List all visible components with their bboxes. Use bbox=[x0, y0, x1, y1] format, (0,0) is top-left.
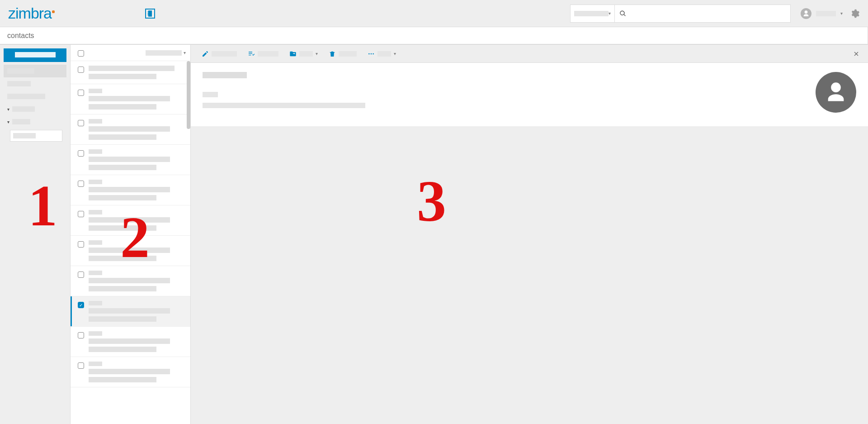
sidebar: ▾ ▾ 1 bbox=[0, 45, 71, 424]
annotation-3: 3 bbox=[417, 172, 446, 230]
contact-list-item-initials bbox=[89, 362, 102, 366]
search-input-wrap bbox=[614, 5, 791, 23]
checkbox[interactable] bbox=[78, 90, 84, 96]
checkbox[interactable] bbox=[78, 241, 84, 248]
app-logo: zimbra bbox=[8, 5, 55, 22]
sidebar-item[interactable]: ▾ bbox=[4, 103, 66, 115]
contact-list-item[interactable] bbox=[71, 357, 190, 387]
contact-list-item[interactable] bbox=[71, 175, 190, 205]
move-label bbox=[299, 51, 313, 57]
search-input[interactable] bbox=[626, 10, 786, 18]
search-scope-dropdown[interactable]: ▾ bbox=[570, 5, 614, 23]
sidebar-item-label bbox=[7, 68, 34, 74]
close-detail-button[interactable] bbox=[851, 48, 862, 60]
contact-list-item[interactable] bbox=[71, 61, 190, 84]
pencil-icon bbox=[202, 50, 209, 57]
assign-button[interactable] bbox=[243, 48, 283, 60]
contact-list-item-text bbox=[89, 89, 184, 110]
sidebar-item[interactable]: ▾ bbox=[4, 115, 66, 128]
contact-list-item-text bbox=[89, 210, 184, 231]
contact-list-item-name bbox=[89, 369, 170, 374]
contact-list-item-name bbox=[89, 96, 170, 101]
contact-list-item[interactable] bbox=[71, 266, 190, 296]
contact-list-item[interactable] bbox=[71, 236, 190, 266]
contact-list-item-name bbox=[89, 248, 170, 253]
checkbox[interactable] bbox=[78, 332, 84, 338]
contact-name bbox=[203, 72, 247, 78]
folder-move-icon bbox=[289, 50, 297, 57]
sidebar-folder-list: ▾ ▾ bbox=[4, 65, 66, 128]
checkbox[interactable] bbox=[78, 181, 84, 187]
contact-list-item-name bbox=[89, 217, 170, 223]
svg-point-2 bbox=[373, 53, 374, 54]
contact-list-item-initials bbox=[89, 240, 102, 245]
contact-list-item[interactable] bbox=[71, 327, 190, 357]
contact-list-item[interactable] bbox=[71, 205, 190, 236]
tab-contacts[interactable] bbox=[145, 9, 155, 19]
sidebar-item[interactable] bbox=[4, 77, 66, 90]
checkbox[interactable] bbox=[78, 211, 84, 217]
contact-list-item[interactable] bbox=[71, 145, 190, 175]
user-menu[interactable]: ▾ bbox=[801, 8, 843, 19]
contact-list-item-name bbox=[89, 338, 170, 344]
sidebar-item-label bbox=[12, 106, 35, 112]
sidebar-add-input[interactable] bbox=[10, 130, 62, 142]
sidebar-item[interactable] bbox=[4, 65, 66, 77]
contact-list-item-text bbox=[89, 180, 184, 200]
more-button[interactable]: ▾ bbox=[363, 48, 401, 60]
sidebar-item-label bbox=[7, 81, 31, 86]
chevron-down-icon: ▾ bbox=[7, 119, 9, 124]
sidebar-add-input-value bbox=[13, 133, 36, 138]
contact-detail-pane: ▾ ▾ bbox=[191, 45, 868, 424]
contact-field-label bbox=[203, 92, 218, 97]
assign-label bbox=[258, 51, 278, 57]
delete-button[interactable] bbox=[324, 48, 361, 60]
search-group: ▾ bbox=[570, 5, 791, 23]
checkbox[interactable]: ✓ bbox=[78, 302, 84, 308]
sidebar-item-label bbox=[12, 119, 30, 124]
contact-list-item-email bbox=[89, 377, 156, 382]
sort-dropdown[interactable]: ▾ bbox=[146, 50, 186, 56]
logo-dot bbox=[52, 10, 55, 13]
scrollbar[interactable] bbox=[187, 61, 190, 129]
logo-text: zimbra bbox=[8, 5, 52, 22]
main-layout: ▾ ▾ 1 ▾ ✓ 2 bbox=[0, 44, 868, 424]
chevron-down-icon: ▾ bbox=[609, 11, 611, 16]
contact-list-item-email bbox=[89, 195, 156, 200]
user-avatar-icon bbox=[801, 8, 811, 19]
annotation-1: 1 bbox=[28, 176, 57, 235]
move-button[interactable]: ▾ bbox=[285, 48, 322, 60]
contact-list-item[interactable] bbox=[71, 84, 190, 114]
select-all-checkbox[interactable] bbox=[78, 50, 84, 57]
checkbox[interactable] bbox=[78, 272, 84, 278]
new-contact-button-label bbox=[15, 52, 56, 57]
contact-list-item-text bbox=[89, 119, 184, 140]
contact-list-item-initials bbox=[89, 271, 102, 275]
person-icon bbox=[802, 10, 810, 17]
search-scope-label bbox=[574, 11, 609, 16]
sidebar-item[interactable] bbox=[4, 90, 66, 103]
settings-button[interactable] bbox=[850, 8, 860, 19]
checkbox[interactable] bbox=[78, 150, 84, 157]
checkbox[interactable] bbox=[78, 362, 84, 369]
contact-list-item-initials bbox=[89, 331, 102, 336]
list-check-icon bbox=[248, 50, 255, 57]
contact-avatar bbox=[816, 72, 856, 113]
svg-point-0 bbox=[368, 53, 370, 54]
trash-icon bbox=[329, 50, 336, 57]
breadcrumb: contacts bbox=[0, 27, 868, 44]
address-book-icon bbox=[146, 10, 154, 17]
checkbox[interactable] bbox=[78, 120, 84, 126]
contact-list-item[interactable]: ✓ bbox=[71, 296, 190, 327]
contact-field-value bbox=[203, 103, 365, 108]
contact-list-item-initials bbox=[89, 301, 102, 305]
more-icon bbox=[368, 50, 375, 57]
contact-list-item-text bbox=[89, 301, 184, 322]
contact-list-item-email bbox=[89, 286, 156, 291]
detail-toolbar: ▾ ▾ bbox=[191, 45, 868, 63]
checkbox[interactable] bbox=[78, 67, 84, 73]
new-contact-button[interactable] bbox=[4, 48, 66, 62]
gear-icon bbox=[850, 9, 860, 19]
edit-button[interactable] bbox=[197, 48, 241, 60]
contact-list-item[interactable] bbox=[71, 114, 190, 145]
